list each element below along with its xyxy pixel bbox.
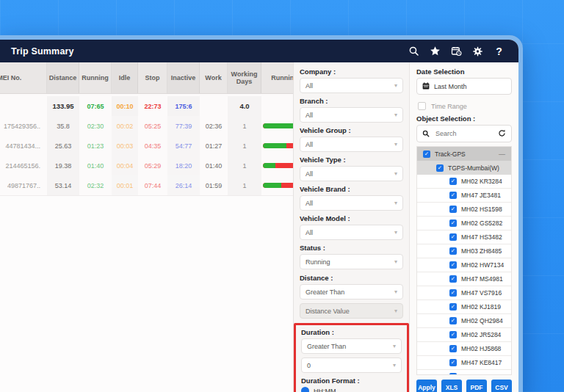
filter-select-5[interactable]: All▾ xyxy=(300,225,403,240)
chevron-down-icon: ▾ xyxy=(394,171,397,177)
column-header-7[interactable]: Working Days xyxy=(228,62,261,93)
cell-idle: 00:10 xyxy=(112,96,138,116)
filter-select-4[interactable]: All▾ xyxy=(300,195,403,211)
refresh-icon[interactable] xyxy=(498,127,506,140)
bar-green-segment xyxy=(263,183,281,188)
vehicle-item-0[interactable]: ✓MH02 KR3284 xyxy=(417,175,511,189)
search-icon[interactable] xyxy=(408,46,419,57)
checkbox-checked-icon[interactable]: ✓ xyxy=(449,317,457,324)
settings-gear-icon[interactable] xyxy=(472,46,483,57)
vehicle-item-14[interactable]: ✓MH02 WS4981 xyxy=(417,370,511,375)
filter-label-1: Branch : xyxy=(300,97,403,105)
vehicle-label: MH02 GS5282 xyxy=(461,219,502,227)
chevron-down-icon: ▾ xyxy=(394,308,397,314)
checkbox-checked-icon[interactable]: ✓ xyxy=(449,233,457,241)
checkbox-checked-icon[interactable]: ✓ xyxy=(449,289,457,297)
filter-label-3: Vehicle Type : xyxy=(300,156,403,164)
csv-button[interactable]: CSV xyxy=(491,380,512,392)
tree-group-mumbai[interactable]: ✓ TGPS-Mumbai(W) xyxy=(417,161,511,175)
checkbox-checked-icon[interactable]: ✓ xyxy=(449,303,457,311)
vehicle-item-2[interactable]: ✓MH02 HS1598 xyxy=(417,203,511,217)
checkbox-checked-icon[interactable]: ✓ xyxy=(449,345,457,352)
help-icon[interactable]: ? xyxy=(494,46,505,57)
vehicle-item-8[interactable]: ✓MH47 VS7916 xyxy=(417,286,511,300)
duration-label: Duration : xyxy=(301,328,402,336)
filter-select-6[interactable]: Running▾ xyxy=(300,254,403,269)
checkbox-checked-icon[interactable]: ✓ xyxy=(449,219,457,227)
column-header-6[interactable]: Work xyxy=(200,62,228,93)
checkbox-checked-icon[interactable]: ✓ xyxy=(436,164,444,172)
vehicle-item-11[interactable]: ✓MH02 JR5284 xyxy=(417,328,511,342)
date-selection-field[interactable]: Last Month xyxy=(416,78,512,95)
export-buttons: ApplyXLSPDFCSV xyxy=(416,375,512,392)
column-header-4[interactable]: Stop xyxy=(138,62,167,93)
column-header-0[interactable]: IMEI No. xyxy=(0,62,47,93)
xls-button[interactable]: XLS xyxy=(441,380,462,392)
time-range-checkbox[interactable] xyxy=(418,102,426,110)
chevron-down-icon: ▾ xyxy=(394,83,397,89)
tree-root-track-gps[interactable]: ✓ Track-GPS — xyxy=(417,147,511,161)
cell-days: 1 xyxy=(228,116,261,136)
checkbox-checked-icon[interactable]: ✓ xyxy=(449,261,457,269)
vehicle-label: MH02 KR3284 xyxy=(461,178,502,185)
checkbox-checked-icon[interactable]: ✓ xyxy=(449,206,457,213)
checkbox-checked-icon[interactable]: ✓ xyxy=(449,178,457,185)
checkbox-checked-icon[interactable]: ✓ xyxy=(449,275,457,283)
checkbox-checked-icon[interactable]: ✓ xyxy=(449,331,457,338)
filter-select-2[interactable]: All▾ xyxy=(300,137,403,152)
filter-select-3[interactable]: All▾ xyxy=(300,166,403,181)
cell-running: 07:65 xyxy=(79,96,112,116)
object-search-input[interactable] xyxy=(434,129,494,138)
vehicle-item-1[interactable]: ✓MH47 JE3481 xyxy=(417,189,511,203)
cell-imei xyxy=(0,96,47,116)
cell-inactive: 26:14 xyxy=(167,175,200,195)
favorites-star-icon[interactable] xyxy=(430,46,441,57)
table-header-row: IMEI No.DistanceRunningIdleStopInactiveW… xyxy=(0,62,294,94)
column-header-2[interactable]: Running xyxy=(79,62,112,93)
vehicle-item-9[interactable]: ✓MH02 KJ1819 xyxy=(417,300,511,314)
vehicle-list: ✓MH02 KR3284✓MH47 JE3481✓MH02 HS1598✓MH0… xyxy=(417,175,511,375)
filter-group-0: Company :All▾ xyxy=(300,68,403,93)
column-header-3[interactable]: Idle xyxy=(112,62,138,93)
checkbox-checked-icon[interactable]: ✓ xyxy=(449,359,457,366)
vehicle-item-4[interactable]: ✓MH47 HS3482 xyxy=(417,231,511,244)
checkbox-checked-icon[interactable]: ✓ xyxy=(449,192,457,199)
schedule-icon[interactable] xyxy=(451,46,462,57)
duration-operator-select[interactable]: Greater Than▾ xyxy=(301,338,402,354)
time-range-toggle[interactable]: Time Range xyxy=(418,102,512,110)
cell-inactive: 77:39 xyxy=(167,116,200,136)
checkbox-checked-icon[interactable]: ✓ xyxy=(449,247,457,255)
radio-hhmm[interactable]: HH:MM xyxy=(301,387,402,392)
vehicle-item-12[interactable]: ✓MH02 HJ5868 xyxy=(417,342,511,356)
vehicle-item-10[interactable]: ✓MH02 QH2984 xyxy=(417,314,511,328)
radio-icon[interactable] xyxy=(301,387,309,392)
vehicle-item-7[interactable]: ✓MH47 MS4981 xyxy=(417,272,511,286)
filter-select-1[interactable]: All▾ xyxy=(300,107,403,123)
column-header-1[interactable]: Distance xyxy=(47,62,79,93)
vehicle-item-6[interactable]: ✓MH02 HW7134 xyxy=(417,258,511,272)
vehicle-item-5[interactable]: ✓MH03 ZH8485 xyxy=(417,244,511,258)
column-header-5[interactable]: Inactive xyxy=(167,62,200,93)
titlebar: Trip Summary ? xyxy=(0,40,518,62)
cell-days: 4.0 xyxy=(228,96,261,116)
filter-select-0[interactable]: All▾ xyxy=(300,78,403,93)
collapse-icon[interactable]: — xyxy=(499,150,505,158)
distance-value-select[interactable]: Distance Value▾ xyxy=(300,303,403,319)
vehicle-label: MH47 MS4981 xyxy=(461,275,503,283)
pdf-button[interactable]: PDF xyxy=(466,380,487,392)
object-search[interactable] xyxy=(416,125,512,142)
vehicle-label: MH47 JE3481 xyxy=(461,192,501,199)
filter-select-value: All xyxy=(306,112,313,119)
apply-button[interactable]: Apply xyxy=(416,380,437,392)
checkbox-checked-icon[interactable]: ✓ xyxy=(423,150,430,158)
cell-work: 01:40 xyxy=(200,156,228,175)
duration-format-label: Duration Format : xyxy=(301,377,402,385)
table-row: 214465156.19.3801:4000:0405:2918:2001:40… xyxy=(0,156,294,175)
vehicle-item-3[interactable]: ✓MH02 GS5282 xyxy=(417,217,511,231)
vehicle-item-13[interactable]: ✓MH47 KE8417 xyxy=(417,356,511,370)
vehicle-label: MH02 HW7134 xyxy=(461,261,504,269)
column-header-8[interactable]: Running Vs Stop xyxy=(261,62,294,93)
cell-work: 01:59 xyxy=(200,175,228,195)
duration-value-select[interactable]: 0▾ xyxy=(301,357,402,373)
distance-operator-select[interactable]: Greater Than▾ xyxy=(300,284,403,300)
